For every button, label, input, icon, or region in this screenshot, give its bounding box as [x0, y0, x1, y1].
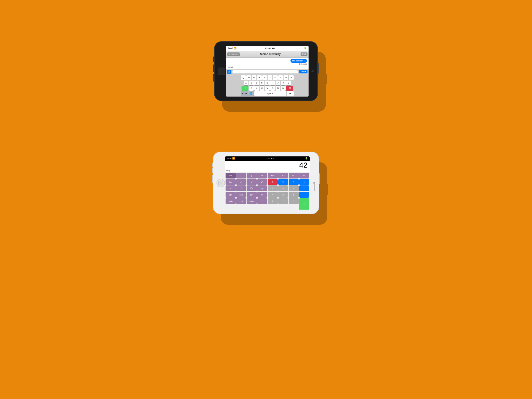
camera-icon — [311, 70, 314, 72]
calc-status-bar: iPod 📶 12:51 PM 🔋 — [225, 156, 310, 161]
volume-down-button[interactable] — [213, 74, 214, 82]
btn-log[interactable]: log — [257, 185, 267, 191]
btn-mc[interactable]: mc — [268, 173, 278, 178]
key-Y[interactable]: Y — [268, 75, 272, 80]
key-O[interactable]: O — [284, 75, 288, 80]
key-U[interactable]: U — [273, 75, 278, 80]
btn-3[interactable]: 3 — [289, 198, 299, 204]
globe-key[interactable]: 🌐 — [248, 91, 254, 96]
carrier-label: iPod — [227, 157, 231, 160]
btn-2[interactable]: 2 — [278, 198, 288, 204]
btn-close-paren[interactable]: ) — [247, 173, 257, 178]
key-Z[interactable]: Z — [249, 86, 254, 91]
btn-9[interactable]: 9 — [289, 185, 299, 191]
btn-cos[interactable]: cos — [236, 192, 246, 198]
keyboard-row-2: A S D F G H J K L — [227, 81, 308, 85]
btn-8[interactable]: 8 — [278, 185, 288, 191]
keyboard-row-3: ⇧ Z X C V B N M ⌫ — [227, 86, 308, 91]
key-E[interactable]: E — [252, 75, 256, 80]
key-G[interactable]: G — [265, 81, 270, 85]
key-K[interactable]: K — [281, 81, 286, 85]
btn-x-squared[interactable]: x² — [236, 179, 246, 185]
btn-ln[interactable]: ln — [257, 192, 267, 198]
btn-equals[interactable]: = — [299, 198, 309, 209]
btn-tan[interactable]: tan — [247, 192, 257, 198]
key-R[interactable]: R — [257, 75, 262, 80]
btn-sinh[interactable]: sinh — [226, 198, 236, 204]
power-button[interactable] — [318, 63, 319, 74]
btn-x-cubed[interactable]: x³ — [247, 179, 257, 185]
key-P[interactable]: P — [289, 75, 294, 80]
key-I[interactable]: I — [278, 75, 283, 80]
home-button-icon — [218, 181, 223, 185]
home-button[interactable] — [217, 179, 225, 187]
btn-6[interactable]: 6 — [289, 192, 299, 198]
btn-minus[interactable]: – — [299, 185, 309, 191]
mute-switch[interactable] — [212, 163, 213, 167]
btn-4[interactable]: 4 — [268, 192, 278, 198]
btn-clear[interactable]: C — [268, 179, 278, 185]
btn-1[interactable]: 1 — [268, 198, 278, 204]
btn-2nd[interactable]: 2nd — [226, 173, 236, 178]
delete-key[interactable]: ⌫ — [286, 86, 293, 91]
key-C[interactable]: C — [260, 86, 264, 91]
mute-button[interactable] — [213, 56, 214, 62]
key-S[interactable]: S — [249, 81, 254, 85]
btn-multiply[interactable]: × — [299, 179, 309, 185]
calc-row-3: x! √ ∛y log 7 8 9 – — [226, 185, 309, 191]
numbers-key[interactable]: &123 — [241, 91, 248, 96]
btn-tanh[interactable]: tanh — [247, 198, 257, 204]
volume-up-button[interactable] — [213, 64, 214, 72]
delivered-status: Delivered — [299, 63, 307, 65]
key-V[interactable]: V — [265, 86, 270, 91]
btn-sqrt[interactable]: √ — [236, 185, 246, 191]
key-X[interactable]: X — [254, 86, 259, 91]
key-B[interactable]: B — [270, 86, 275, 91]
typed-message: merci — [226, 66, 309, 69]
calculator-screen: iPod 📶 12:51 PM 🔋 42 Deg 2nd ( ) % mc — [225, 156, 310, 210]
btn-sin[interactable]: sin — [226, 192, 236, 198]
key-W[interactable]: W — [246, 75, 251, 80]
return-key[interactable]: ↵ — [287, 91, 294, 96]
btn-open-paren[interactable]: ( — [236, 173, 246, 178]
key-M[interactable]: M — [281, 86, 286, 91]
messages-edit-button[interactable]: Edit — [301, 52, 307, 56]
space-key[interactable]: space — [254, 91, 286, 96]
btn-m-plus[interactable]: m+ — [278, 173, 288, 178]
key-Q[interactable]: Q — [241, 75, 246, 80]
speaker-icon — [314, 183, 315, 191]
key-H[interactable]: H — [270, 81, 275, 85]
btn-reciprocal[interactable]: 1/x — [226, 179, 236, 185]
key-A[interactable]: A — [244, 81, 248, 85]
power-button[interactable] — [319, 173, 320, 184]
carrier-label: iPod — [228, 47, 233, 50]
btn-5[interactable]: 5 — [278, 192, 288, 198]
keyboard-row-1: Q W E R T Y U I O P — [227, 75, 308, 80]
calc-row-4: sin cos tan ln 4 5 6 + — [226, 192, 309, 198]
message-text-input[interactable]: | — [232, 70, 298, 74]
key-L[interactable]: L — [286, 81, 291, 85]
btn-y-power-x[interactable]: yˣ — [257, 179, 267, 185]
btn-m-minus[interactable]: m- — [289, 173, 299, 178]
key-J[interactable]: J — [276, 81, 280, 85]
volume-down-button[interactable] — [212, 175, 213, 183]
key-D[interactable]: D — [254, 81, 259, 85]
btn-cbrt[interactable]: ∛y — [247, 185, 257, 191]
shift-key[interactable]: ⇧ — [242, 86, 248, 91]
key-F[interactable]: F — [260, 81, 264, 85]
btn-percent[interactable]: % — [257, 173, 267, 178]
home-button[interactable] — [218, 68, 225, 75]
btn-plus[interactable]: + — [299, 192, 309, 198]
send-button[interactable]: Send — [299, 70, 307, 73]
volume-up-button[interactable] — [212, 168, 213, 173]
btn-mr[interactable]: mr — [299, 173, 309, 178]
key-T[interactable]: T — [262, 75, 267, 80]
btn-7[interactable]: 7 — [268, 185, 278, 191]
messages-back-button[interactable]: Messages — [227, 52, 240, 56]
btn-cosh[interactable]: cosh — [236, 198, 246, 204]
btn-divide[interactable]: ÷ — [289, 179, 299, 185]
btn-factorial[interactable]: x! — [226, 185, 236, 191]
btn-plus-minus[interactable]: +/- — [278, 179, 288, 185]
key-N[interactable]: N — [276, 86, 280, 91]
btn-ex[interactable]: eˣ — [257, 198, 267, 204]
